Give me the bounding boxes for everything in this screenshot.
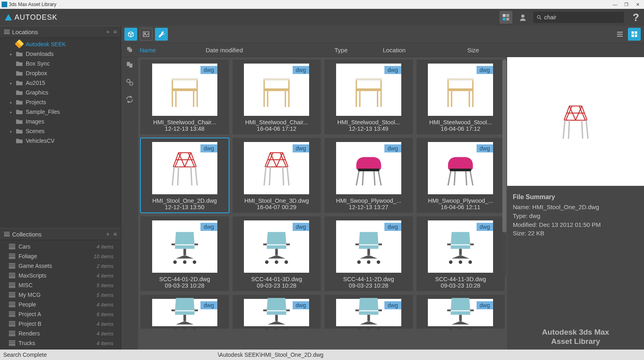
location-item-autodesk-seek[interactable]: Autodesk SEEK	[0, 39, 121, 49]
stack-icon	[9, 331, 15, 336]
collection-label: People	[19, 301, 36, 308]
location-item-scenes[interactable]: ▸Scenes	[0, 126, 121, 136]
column-location[interactable]: Location	[383, 47, 467, 53]
location-item-box-sync[interactable]: Box Sync	[0, 59, 121, 68]
folder-icon	[16, 99, 23, 105]
expand-icon[interactable]: ▸	[9, 100, 13, 105]
location-label: Autodesk SEEK	[26, 41, 66, 47]
maximize-button[interactable]: ❐	[621, 1, 631, 8]
asset-thumbnail: dwg	[428, 299, 493, 326]
file-type-badge: dwg	[477, 301, 493, 309]
asset-card[interactable]: dwgHMI_Steelwood_Stool...16-04-06 17:12	[417, 60, 505, 134]
collection-item-maxscripts[interactable]: MaxScripts4 items	[0, 271, 121, 280]
asset-card[interactable]: dwgHMI_Steelwood_Chair...16-04-06 17:12	[233, 60, 321, 134]
asset-name: HMI_Swoop_Plywood_...	[428, 197, 493, 204]
collection-item-misc[interactable]: MISC5 items	[0, 280, 121, 290]
asset-card[interactable]: dwgHMI_Stool_One_2D.dwg12-12-13 13:50	[140, 138, 229, 213]
asset-thumbnail: dwg	[336, 64, 401, 116]
collection-item-foliage[interactable]: Foliage10 items	[0, 251, 121, 261]
search-box[interactable]	[533, 12, 624, 23]
asset-card[interactable]: dwg	[417, 295, 505, 329]
collection-item-trucks[interactable]: Trucks4 items	[0, 338, 121, 348]
collection-item-game-assets[interactable]: Game Assets2 items	[0, 261, 121, 271]
scrollbar[interactable]	[502, 60, 506, 277]
column-name[interactable]: Name	[138, 47, 206, 53]
tool-wrench-button[interactable]	[155, 28, 168, 41]
minimize-button[interactable]: —	[610, 1, 620, 8]
asset-date: 12-12-13 13:48	[165, 125, 204, 132]
location-item-au2015[interactable]: ▸Au2015	[0, 78, 121, 88]
search-input[interactable]	[544, 14, 621, 21]
locations-menu-button[interactable]: ≡	[114, 29, 117, 35]
column-date[interactable]: Date modified	[206, 47, 334, 53]
expand-icon[interactable]: ▸	[9, 52, 13, 56]
svg-rect-24	[503, 14, 506, 17]
expand-icon[interactable]: ▸	[9, 81, 13, 85]
column-icon[interactable]	[121, 46, 138, 54]
asset-card[interactable]: dwg	[324, 295, 413, 329]
asset-card[interactable]: dwgSCC-44-11-3D.dwg09-03-23 10:28	[417, 216, 505, 291]
locations-add-button[interactable]: +	[106, 29, 109, 35]
asset-name: HMI_Stool_One_3D.dwg	[244, 197, 309, 204]
expand-icon[interactable]: ▸	[9, 129, 13, 134]
stack-icon	[9, 263, 15, 269]
column-type[interactable]: Type	[334, 47, 383, 53]
location-item-downloads[interactable]: ▸Downloads	[0, 49, 121, 59]
asset-card[interactable]: dwgHMI_Swoop_Plywood_...12-12-13 13:27	[324, 138, 413, 213]
expand-icon[interactable]: ▸	[9, 110, 13, 114]
collection-item-renders[interactable]: Renders4 items	[0, 329, 121, 338]
column-size[interactable]: Size	[467, 47, 479, 53]
file-type-badge: dwg	[200, 301, 217, 309]
collection-item-project-a[interactable]: Project A6 items	[0, 309, 121, 319]
collection-item-my-mcg[interactable]: My MCG5 items	[0, 290, 121, 300]
asset-card[interactable]: dwgHMI_Steelwood_Chair...12-12-13 13:48	[140, 60, 229, 134]
location-item-sample-files[interactable]: ▸Sample_Files	[0, 107, 121, 117]
asset-card[interactable]: dwgHMI_Swoop_Plywood_...16-04-06 12:11	[417, 138, 505, 213]
asset-card[interactable]: dwg	[140, 295, 229, 329]
side-tool-refresh-icon[interactable]	[125, 95, 134, 105]
asset-name: HMI_Steelwood_Stool...	[337, 119, 400, 125]
asset-card[interactable]: dwgHMI_Stool_One_3D.dwg16-04-07 00:29	[233, 138, 321, 213]
asset-card[interactable]: dwgHMI_Steelwood_Stool...12-12-13 13:49	[324, 60, 413, 134]
tool-cube-button[interactable]	[124, 28, 137, 41]
asset-date: 16-04-06 17:12	[257, 125, 296, 132]
help-icon[interactable]: ?	[633, 11, 639, 24]
tool-image-button[interactable]	[140, 28, 153, 41]
file-type-badge: dwg	[384, 66, 401, 74]
content-toolbar	[121, 26, 644, 43]
asset-date: 09-03-23 10:28	[165, 282, 204, 289]
side-tool-gear-icon[interactable]	[125, 78, 134, 88]
app-icon	[2, 2, 7, 7]
collection-item-project-b[interactable]: Project B4 items	[0, 319, 121, 329]
asset-thumbnail: dwg	[244, 299, 309, 326]
location-item-vehiclescv[interactable]: VehiclesCV	[0, 136, 121, 146]
collection-item-cars[interactable]: Cars4 items	[0, 242, 121, 251]
close-button[interactable]: ✕	[633, 1, 642, 8]
scrollbar-thumb[interactable]	[502, 60, 506, 232]
collections-add-button[interactable]: +	[106, 231, 109, 237]
view-grid-button[interactable]	[628, 28, 641, 41]
collection-item-people[interactable]: People4 items	[0, 300, 121, 309]
asset-date: 16-04-06 12:11	[441, 204, 480, 210]
location-item-images[interactable]: Images	[0, 117, 121, 126]
asset-name: HMI_Steelwood_Chair...	[245, 119, 308, 125]
asset-date: 12-12-13 13:49	[349, 125, 388, 132]
asset-card[interactable]: dwgSCC-44-01-2D.dwg09-03-23 10:28	[140, 216, 229, 291]
menu-tiles-button[interactable]	[500, 11, 512, 24]
collection-count: 2 items	[97, 263, 114, 269]
asset-card[interactable]: dwg	[233, 295, 321, 329]
brand-line-1: Autodesk 3ds Max	[507, 327, 644, 337]
file-type-badge: dwg	[477, 144, 493, 152]
view-list-button[interactable]	[613, 28, 626, 41]
autodesk-logo-text: AUTODESK	[14, 13, 58, 22]
location-item-graphics[interactable]: Graphics	[0, 88, 121, 97]
location-item-projects[interactable]: ▸Projects	[0, 97, 121, 107]
asset-card[interactable]: dwgSCC-44-01-3D.dwg09-03-23 10:28	[233, 216, 321, 291]
user-icon[interactable]	[516, 11, 529, 24]
asset-card[interactable]: dwgSCC-44-11-2D.dwg09-03-23 10:28	[324, 216, 413, 291]
asset-thumbnail: dwg	[336, 299, 401, 326]
side-tool-link-icon[interactable]	[125, 60, 134, 70]
collection-label: My MCG	[19, 292, 41, 298]
collections-menu-button[interactable]: ≡	[114, 231, 117, 237]
location-item-dropbox[interactable]: Dropbox	[0, 68, 121, 78]
